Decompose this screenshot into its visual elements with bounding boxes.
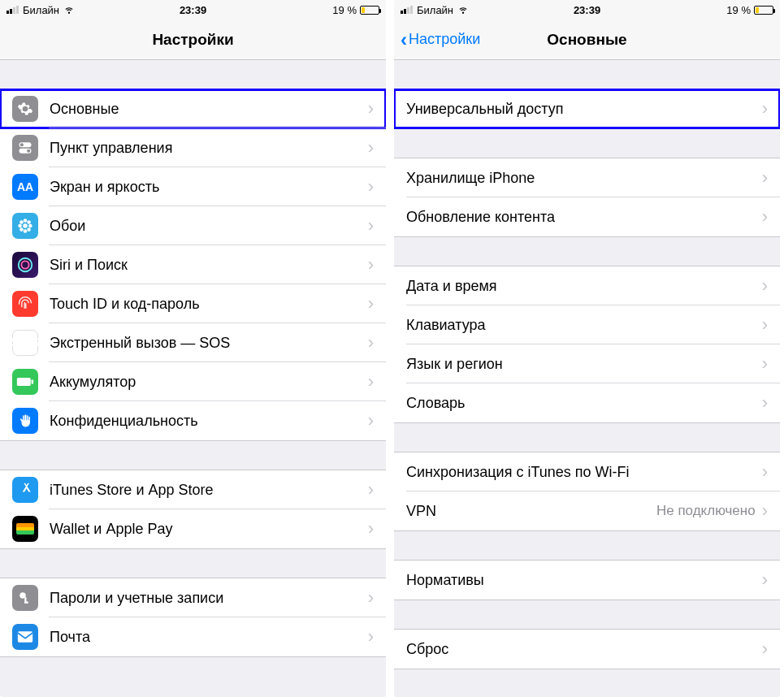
row-label: Словарь (406, 395, 762, 412)
signal-icon (401, 6, 413, 14)
row-touchid[interactable]: Touch ID и код-пароль› (0, 284, 386, 323)
row-background-refresh[interactable]: Обновление контента› (394, 197, 780, 236)
row-battery[interactable]: Аккумулятор› (0, 362, 386, 401)
row-label: Нормативы (406, 572, 762, 589)
svg-point-6 (24, 229, 28, 233)
battery-percent: 19 % (726, 4, 751, 16)
row-value: Не подключено (656, 503, 756, 519)
page-title: Настройки (8, 31, 378, 49)
svg-point-14 (21, 261, 28, 268)
status-time: 23:39 (180, 4, 206, 16)
chevron-right-icon: › (762, 355, 768, 373)
settings-group: iTunes Store и App Store›Wallet и Apple … (0, 470, 386, 549)
row-keyboard[interactable]: Клавиатура› (394, 305, 780, 344)
nav-bar: Настройки (0, 19, 386, 60)
nav-bar: ‹ Настройки Основные (394, 19, 780, 60)
chevron-left-icon: ‹ (401, 30, 407, 50)
chevron-right-icon: › (762, 394, 768, 412)
row-vpn[interactable]: VPNНе подключено› (394, 491, 780, 530)
row-passwords[interactable]: Пароли и учетные записи› (0, 578, 386, 617)
row-label: Язык и регион (406, 356, 762, 373)
chevron-right-icon: › (762, 316, 768, 334)
svg-rect-15 (17, 378, 31, 386)
chevron-right-icon: › (368, 295, 374, 313)
sos-icon: SOS (12, 330, 38, 356)
siri-icon (12, 252, 38, 278)
group-spacer (394, 531, 780, 560)
row-label: Почта (50, 629, 368, 646)
row-label: Сброс (406, 641, 762, 658)
row-label: Пункт управления (50, 140, 368, 157)
group-spacer (394, 600, 780, 629)
svg-point-9 (19, 220, 24, 224)
row-label: Аккумулятор (50, 374, 368, 391)
chevron-right-icon: › (368, 100, 374, 118)
display-icon: AA (12, 174, 38, 200)
back-button[interactable]: ‹ Настройки (401, 30, 480, 50)
settings-group: Универсальный доступ› (394, 89, 780, 129)
row-siri[interactable]: Siri и Поиск› (0, 245, 386, 284)
chevron-right-icon: › (368, 589, 374, 607)
settings-group: Основные›Пункт управления›AAЭкран и ярко… (0, 89, 386, 441)
touchid-icon (12, 291, 38, 317)
phone-settings: Билайн 23:39 19 % Настройки Основные›Пун… (0, 0, 386, 697)
general-icon (12, 96, 38, 122)
carrier-label: Билайн (417, 4, 453, 16)
row-date-time[interactable]: Дата и время› (394, 266, 780, 305)
group-spacer (0, 549, 386, 578)
row-accessibility[interactable]: Универсальный доступ› (394, 89, 780, 128)
battery-icon (360, 6, 379, 15)
row-privacy[interactable]: Конфиденциальность› (0, 401, 386, 440)
row-label: VPN (406, 503, 656, 520)
settings-group: Сброс› (394, 629, 780, 669)
row-display[interactable]: AAЭкран и яркость› (0, 167, 386, 206)
battery-percent: 19 % (332, 4, 357, 16)
settings-list[interactable]: Основные›Пункт управления›AAЭкран и ярко… (0, 60, 386, 697)
svg-rect-16 (32, 379, 34, 383)
row-storage[interactable]: Хранилище iPhone› (394, 158, 780, 197)
row-dictionary[interactable]: Словарь› (394, 383, 780, 422)
signal-icon (6, 6, 19, 14)
row-itunes-wifi[interactable]: Синхронизация с iTunes по Wi-Fi› (394, 452, 780, 491)
wifi-icon (63, 3, 75, 17)
row-wallpaper[interactable]: Обои› (0, 206, 386, 245)
svg-point-8 (28, 224, 32, 228)
carrier-label: Билайн (23, 4, 59, 16)
wifi-icon (457, 3, 469, 17)
chevron-right-icon: › (762, 208, 768, 226)
row-sos[interactable]: SOSЭкстренный вызов — SOS› (0, 323, 386, 362)
group-spacer (394, 237, 780, 266)
row-regulatory[interactable]: Нормативы› (394, 561, 780, 600)
appstore-icon (12, 477, 38, 503)
group-spacer (394, 60, 780, 89)
row-label: Хранилище iPhone (406, 170, 762, 187)
svg-point-3 (27, 149, 30, 153)
svg-rect-20 (18, 631, 32, 642)
row-label: Клавиатура (406, 317, 762, 334)
settings-group: Хранилище iPhone›Обновление контента› (394, 158, 780, 237)
row-label: Основные (50, 101, 368, 118)
row-wallet[interactable]: Wallet и Apple Pay› (0, 509, 386, 548)
chevron-right-icon: › (762, 463, 768, 481)
group-spacer (0, 60, 386, 89)
settings-group: Нормативы› (394, 560, 780, 600)
row-mail[interactable]: Почта› (0, 617, 386, 656)
row-label: Пароли и учетные записи (50, 590, 368, 607)
svg-point-5 (24, 219, 28, 223)
row-general[interactable]: Основные› (0, 89, 386, 128)
row-appstore[interactable]: iTunes Store и App Store› (0, 470, 386, 509)
general-list[interactable]: Универсальный доступ›Хранилище iPhone›Об… (394, 60, 780, 697)
privacy-icon (12, 408, 38, 434)
row-reset[interactable]: Сброс› (394, 630, 780, 669)
chevron-right-icon: › (368, 139, 374, 157)
chevron-right-icon: › (368, 481, 374, 499)
row-control-center[interactable]: Пункт управления› (0, 128, 386, 167)
svg-point-13 (19, 258, 32, 272)
chevron-right-icon: › (368, 520, 374, 538)
back-label: Настройки (409, 31, 480, 48)
passwords-icon (12, 585, 38, 611)
chevron-right-icon: › (762, 571, 768, 589)
row-label: Siri и Поиск (50, 257, 368, 274)
row-language[interactable]: Язык и регион› (394, 344, 780, 383)
group-spacer (394, 423, 780, 452)
